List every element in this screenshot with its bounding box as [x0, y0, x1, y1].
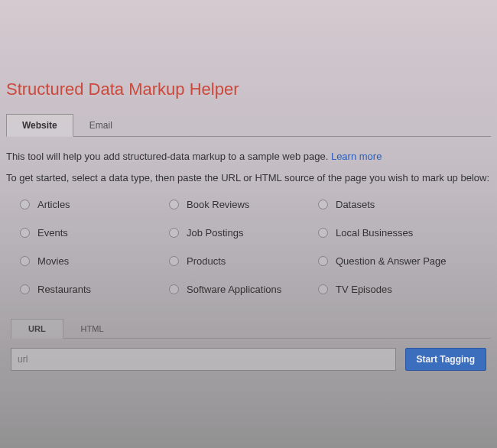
- input-row: Start Tagging: [11, 348, 486, 371]
- radio-events[interactable]: Events: [20, 227, 169, 239]
- url-input[interactable]: [11, 348, 396, 371]
- radio-label: Events: [37, 227, 68, 239]
- radio-datasets[interactable]: Datasets: [318, 199, 479, 210]
- radio-label: TV Episodes: [336, 284, 392, 295]
- radio-articles[interactable]: Articles: [20, 199, 169, 210]
- radio-icon: [318, 256, 328, 266]
- radio-icon: [20, 256, 30, 266]
- radio-label: Datasets: [336, 199, 375, 210]
- radio-question-answer-page[interactable]: Question & Answer Page: [318, 255, 479, 267]
- start-tagging-button[interactable]: Start Tagging: [405, 348, 486, 371]
- radio-icon: [318, 200, 328, 209]
- radio-local-businesses[interactable]: Local Businesses: [318, 227, 479, 239]
- radio-label: Movies: [37, 255, 69, 267]
- radio-icon: [169, 256, 179, 266]
- radio-label: Software Applications: [187, 284, 281, 295]
- learn-more-link[interactable]: Learn more: [331, 151, 382, 162]
- radio-movies[interactable]: Movies: [20, 255, 169, 267]
- radio-label: Restaurants: [37, 284, 91, 295]
- radio-icon: [20, 200, 30, 209]
- radio-icon: [169, 200, 179, 209]
- radio-job-postings[interactable]: Job Postings: [169, 227, 318, 239]
- source-tabs: Website Email: [6, 113, 491, 137]
- radio-products[interactable]: Products: [169, 255, 318, 267]
- radio-label: Products: [187, 255, 226, 267]
- tab-email[interactable]: Email: [73, 114, 128, 137]
- radio-icon: [318, 228, 328, 238]
- radio-icon: [20, 284, 30, 294]
- subtab-html[interactable]: HTML: [63, 319, 122, 339]
- radio-icon: [20, 228, 30, 238]
- radio-book-reviews[interactable]: Book Reviews: [169, 199, 318, 210]
- radio-restaurants[interactable]: Restaurants: [20, 284, 169, 295]
- get-started-text: To get started, select a data type, then…: [6, 170, 491, 186]
- data-type-grid: Articles Book Reviews Datasets Events Jo…: [6, 199, 491, 295]
- radio-icon: [169, 228, 179, 238]
- radio-label: Book Reviews: [187, 199, 249, 210]
- radio-icon: [169, 284, 179, 294]
- subtab-url[interactable]: URL: [11, 319, 63, 339]
- radio-label: Articles: [37, 199, 70, 210]
- intro-text: This tool will help you add structured-d…: [6, 149, 491, 164]
- intro-text-body: This tool will help you add structured-d…: [6, 151, 331, 162]
- radio-tv-episodes[interactable]: TV Episodes: [318, 284, 479, 295]
- tab-website[interactable]: Website: [6, 114, 73, 137]
- page-title: Structured Data Markup Helper: [6, 80, 491, 99]
- radio-label: Local Businesses: [336, 227, 413, 239]
- radio-label: Job Postings: [187, 227, 243, 239]
- radio-label: Question & Answer Page: [336, 255, 447, 267]
- input-mode-tabs: URL HTML: [11, 318, 491, 339]
- radio-icon: [318, 284, 328, 294]
- radio-software-applications[interactable]: Software Applications: [169, 284, 318, 295]
